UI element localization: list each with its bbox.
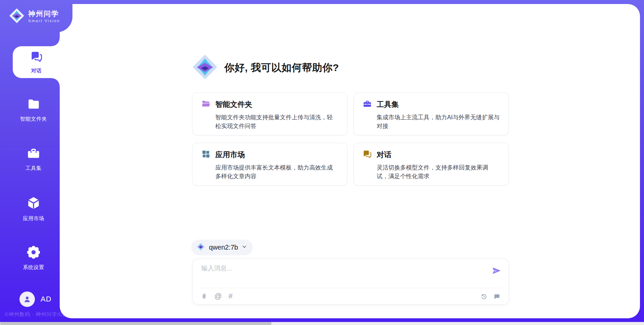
app-logo-icon (192, 53, 218, 82)
app-name: 神州问学 (28, 10, 60, 17)
card-smart-folder[interactable]: 智能文件夹 智能文件夹功能支持批量文件上传与清洗，轻松实现文件问答 (192, 92, 347, 135)
folder-open-icon (201, 99, 211, 110)
gear-icon (26, 245, 41, 261)
mention-icon[interactable]: @ (214, 292, 222, 300)
card-toolset[interactable]: 工具集 集成市场上主流工具，助力AI与外界无缝扩展与对接 (354, 92, 509, 135)
feature-cards: 智能文件夹 智能文件夹功能支持批量文件上传与清洗，轻松实现文件问答 工具集 (192, 92, 509, 186)
sidebar-item-label: 对话 (31, 67, 42, 74)
card-title: 工具集 (377, 100, 399, 110)
user-menu[interactable]: AD (19, 291, 52, 307)
composer-divider (198, 288, 503, 288)
sidebar-item-label: 工具集 (25, 165, 42, 172)
sidebar-item-app-market[interactable]: 应用市场 (0, 195, 67, 222)
card-title: 对话 (377, 150, 391, 160)
app-window: 你好, 我可以如何帮助你? 智能文件夹 智能文件夹功能支持批量文件上传与清洗，轻… (0, 0, 644, 325)
sidebar-item-toolset[interactable]: 工具集 (0, 146, 67, 172)
sidebar-item-smart-folder[interactable]: 智能文件夹 (0, 97, 67, 123)
paperclip-icon[interactable] (201, 292, 208, 300)
user-initials: AD (41, 295, 52, 304)
composer-actions (480, 292, 500, 301)
sidebar-item-label: 应用市场 (23, 215, 44, 222)
horizontal-scrollbar (0, 322, 644, 325)
sidebar-item-label: 智能文件夹 (20, 116, 47, 123)
toolbox-icon (26, 146, 41, 162)
sidebar-header: 神州问学 Smart Vision (0, 0, 72, 32)
history-icon[interactable] (480, 293, 488, 300)
sidebar-item-settings[interactable]: 系统设置 (0, 245, 67, 271)
chevron-down-icon (242, 244, 247, 251)
user-avatar-icon (19, 291, 35, 307)
card-title: 智能文件夹 (215, 100, 252, 110)
chat-icon (363, 149, 372, 160)
model-selector[interactable]: qwen2:7b (191, 240, 253, 255)
message-composer: @ # (192, 259, 509, 305)
card-description: 集成市场上主流工具，助力AI与外界无缝扩展与对接 (377, 113, 500, 131)
scrollbar-thumb[interactable] (0, 322, 272, 325)
card-description: 智能文件夹功能支持批量文件上传与清洗，轻松实现文件问答 (215, 113, 338, 131)
greeting-hero: 你好, 我可以如何帮助你? (192, 53, 339, 82)
toolbox-icon (363, 99, 372, 110)
chat-icon (30, 50, 43, 64)
sidebar-item-chat[interactable]: 对话 (13, 46, 60, 78)
copyright-text: ©神州数码 · 神州问学出品 (5, 311, 68, 318)
card-title: 应用市场 (215, 150, 245, 160)
greeting-title: 你好, 我可以如何帮助你? (224, 61, 339, 75)
grid-icon (201, 149, 211, 160)
tab-fillet-bottom (52, 78, 60, 86)
send-icon[interactable] (492, 266, 501, 275)
model-logo-icon (196, 242, 205, 253)
tab-fillet-top (52, 38, 60, 46)
composer-tools: @ # (201, 291, 233, 301)
card-description: 应用市场提供丰富长文本模板，助力高效生成多样化文章内容 (215, 163, 338, 181)
cube-icon (26, 195, 41, 212)
model-name: qwen2:7b (209, 244, 238, 251)
card-chat[interactable]: 对话 灵活切换多模型文件，支持多样回复效果调试，满足个性化需求 (354, 143, 509, 186)
app-subtitle: Smart Vision (28, 19, 60, 23)
card-app-market[interactable]: 应用市场 应用市场提供丰富长文本模板，助力高效生成多样化文章内容 (192, 143, 347, 186)
card-description: 灵活切换多模型文件，支持多样回复效果调试，满足个性化需求 (377, 163, 500, 181)
folder-icon (26, 97, 41, 113)
main-panel: 你好, 我可以如何帮助你? 智能文件夹 智能文件夹功能支持批量文件上传与清洗，轻… (60, 4, 640, 318)
sidebar-item-label: 系统设置 (23, 264, 44, 271)
chat-bubble-icon[interactable] (493, 293, 500, 300)
brand-logo-icon (9, 7, 25, 25)
hash-icon[interactable]: # (228, 292, 232, 300)
message-input[interactable] (201, 263, 484, 285)
